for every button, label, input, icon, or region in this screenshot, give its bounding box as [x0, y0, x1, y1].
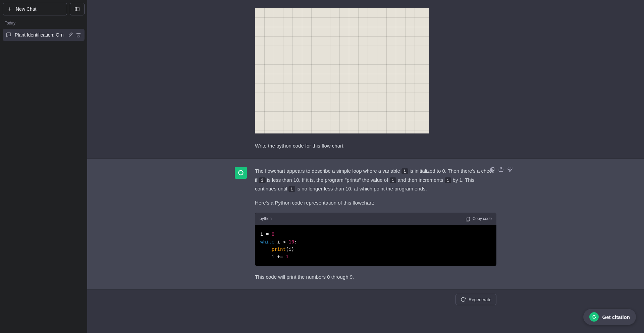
inline-code: i	[445, 177, 451, 183]
attached-image[interactable]	[255, 8, 429, 133]
panel-icon	[74, 6, 80, 12]
clipboard-icon	[465, 216, 471, 222]
thumbs-up-icon[interactable]	[498, 167, 504, 172]
get-citation-label: Get citation	[602, 314, 630, 320]
inline-code: i	[288, 186, 295, 192]
code-token: while	[260, 239, 274, 244]
code-token: :	[294, 239, 297, 244]
get-citation-button[interactable]: G Get citation	[583, 309, 636, 325]
chat-item-title: Plant Identification: Orn	[15, 32, 64, 38]
code-token: 0	[272, 231, 274, 237]
inline-code: i	[259, 177, 266, 183]
user-message-content: Write the python code for this flow char…	[255, 8, 496, 150]
sidebar-section-today: Today	[3, 17, 85, 27]
thumbs-down-icon[interactable]	[507, 167, 513, 172]
regenerate-inner: Regenerate	[235, 294, 496, 305]
text-span: is no longer less than 10, at which poin…	[295, 186, 427, 191]
code-token: i <	[274, 239, 288, 244]
code-token	[260, 246, 272, 252]
text-span: The flowchart appears to describe a simp…	[255, 168, 401, 174]
main-area: Write the python code for this flow char…	[87, 0, 644, 333]
code-body[interactable]: i = 0 while i < 10: print(i) i += 1	[255, 225, 496, 266]
trash-icon[interactable]	[76, 32, 81, 38]
code-token: i =	[260, 231, 272, 237]
citation-badge-icon: G	[589, 312, 599, 322]
assistant-paragraph-1: The flowchart appears to describe a simp…	[255, 167, 496, 193]
svg-rect-2	[75, 7, 79, 11]
sidebar: New Chat Today Plant Identification: Orn	[0, 0, 87, 333]
conversation-scroll[interactable]: Write the python code for this flow char…	[87, 0, 644, 333]
assistant-message-content: The flowchart appears to describe a simp…	[255, 167, 496, 281]
assistant-message-row: The flowchart appears to describe a simp…	[87, 158, 644, 290]
text-span: is less than 10. If it is, the program "…	[266, 177, 390, 183]
app-root: New Chat Today Plant Identification: Orn	[0, 0, 644, 333]
assistant-message-inner: The flowchart appears to describe a simp…	[235, 167, 496, 281]
assistant-paragraph-2: Here's a Python code representation of t…	[255, 199, 496, 207]
chat-bubble-icon	[6, 32, 11, 38]
sidebar-top-row: New Chat	[3, 3, 85, 15]
openai-logo-icon	[237, 169, 245, 176]
sidebar-chat-item[interactable]: Plant Identification: Orn	[3, 29, 85, 41]
regenerate-label: Regenerate	[469, 297, 491, 302]
assistant-avatar	[235, 167, 247, 179]
edit-icon[interactable]	[68, 32, 73, 38]
regenerate-row: Regenerate	[87, 290, 644, 305]
code-token: 1	[286, 254, 288, 259]
user-prompt-text: Write the python code for this flow char…	[255, 142, 496, 150]
new-chat-button[interactable]: New Chat	[3, 3, 67, 15]
inline-code: i	[401, 168, 408, 174]
message-feedback-bar	[490, 167, 513, 172]
code-token: 10	[288, 239, 294, 244]
collapse-sidebar-button[interactable]	[70, 3, 85, 15]
code-block-header: python Copy code	[255, 213, 496, 225]
svg-rect-4	[467, 217, 470, 221]
assistant-paragraph-3: This code will print the numbers 0 throu…	[255, 273, 496, 281]
svg-rect-5	[491, 168, 494, 171]
code-block: python Copy code i = 0 while i < 10: pri…	[255, 213, 496, 266]
copy-code-label: Copy code	[473, 215, 492, 222]
regenerate-button[interactable]: Regenerate	[455, 294, 496, 305]
code-token: i +=	[260, 254, 286, 259]
text-span: and then increments	[396, 177, 444, 183]
refresh-icon	[461, 297, 466, 302]
copy-message-icon[interactable]	[490, 167, 495, 172]
code-token: print	[272, 246, 286, 252]
user-avatar	[235, 8, 247, 20]
user-message-inner: Write the python code for this flow char…	[235, 8, 496, 150]
user-message-row: Write the python code for this flow char…	[87, 0, 644, 158]
plus-icon	[7, 6, 12, 12]
copy-code-button[interactable]: Copy code	[465, 215, 492, 222]
inline-code: i	[390, 177, 396, 183]
chat-item-actions	[68, 32, 81, 38]
code-token: (i)	[286, 246, 294, 252]
code-lang-label: python	[260, 215, 272, 222]
new-chat-label: New Chat	[16, 6, 36, 12]
